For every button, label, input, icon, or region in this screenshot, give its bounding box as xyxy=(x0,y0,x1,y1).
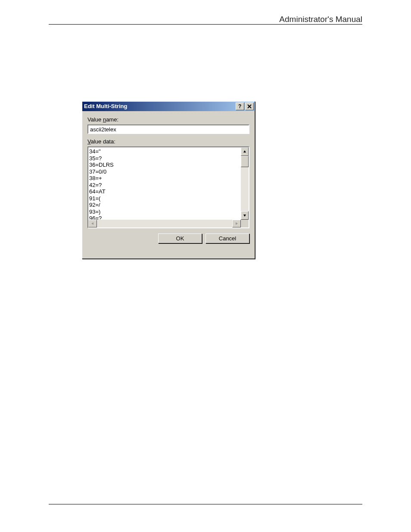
titlebar-help-button[interactable]: ? xyxy=(236,103,244,110)
scrollbar-horizontal-track[interactable] xyxy=(97,220,232,227)
value-name-input[interactable] xyxy=(87,124,249,134)
dialog-client-area: Value name: Value data: 34=" 35=? 36=DLR… xyxy=(82,111,255,248)
dialog-title: Edit Multi-String xyxy=(84,102,235,111)
value-data-content[interactable]: 34=" 35=? 36=DLRS 37=0/0 38=+ 42=? 64=AT… xyxy=(89,148,241,220)
titlebar-close-button[interactable] xyxy=(245,103,254,110)
cancel-button[interactable]: Cancel xyxy=(206,233,249,243)
svg-marker-5 xyxy=(91,222,93,225)
horizontal-scrollbar[interactable] xyxy=(88,220,241,227)
scrollbar-left-arrow-icon[interactable] xyxy=(88,220,97,227)
svg-text:?: ? xyxy=(238,104,241,109)
scrollbar-vertical-track[interactable] xyxy=(241,156,249,211)
dialog-titlebar: Edit Multi-String ? xyxy=(82,102,255,111)
header-rule xyxy=(49,24,362,25)
vertical-scrollbar[interactable] xyxy=(241,147,249,220)
ok-button[interactable]: OK xyxy=(158,233,202,243)
document-page: Administrator's Manual Edit Multi-String… xyxy=(0,0,411,532)
scrollbar-down-arrow-icon[interactable] xyxy=(241,211,249,220)
value-data-textarea[interactable]: 34=" 35=? 36=DLRS 37=0/0 38=+ 42=? 64=AT… xyxy=(87,146,249,228)
edit-multi-string-dialog: Edit Multi-String ? Value name: Value da… xyxy=(82,101,255,259)
scrollbar-corner xyxy=(241,220,249,227)
scrollbar-up-arrow-icon[interactable] xyxy=(241,147,249,156)
scrollbar-vertical-thumb[interactable] xyxy=(241,156,249,167)
footer-rule xyxy=(49,504,362,504)
svg-marker-3 xyxy=(243,150,246,152)
svg-marker-6 xyxy=(236,222,238,225)
value-data-label: Value data: xyxy=(87,138,249,145)
svg-marker-4 xyxy=(243,215,246,217)
value-name-label: Value name: xyxy=(87,116,249,123)
scrollbar-right-arrow-icon[interactable] xyxy=(232,220,241,227)
dialog-button-row: OK Cancel xyxy=(87,233,249,243)
page-header-right: Administrator's Manual xyxy=(279,15,362,24)
